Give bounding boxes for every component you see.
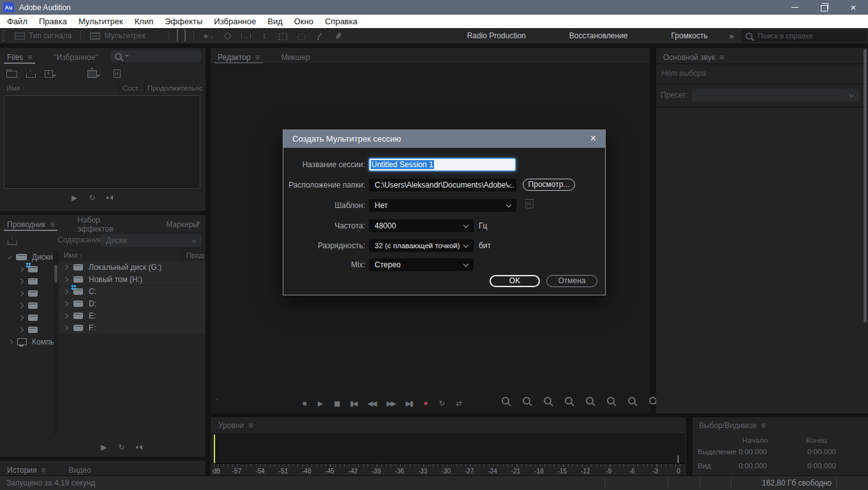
loop-playback-button[interactable]: ↻: [118, 443, 124, 452]
panel-menu-icon[interactable]: ≡: [50, 220, 54, 229]
menu-item[interactable]: Эффекты: [159, 15, 208, 28]
dialog-titlebar[interactable]: Создать Мультитрек сессию ×: [283, 130, 605, 148]
play-button[interactable]: ▶: [318, 399, 323, 408]
more-workspaces-button[interactable]: »: [730, 31, 742, 41]
tree-computer[interactable]: Компьютер: [0, 336, 54, 348]
ok-button[interactable]: OK: [490, 275, 540, 287]
skip-selection-button[interactable]: ⇄: [456, 399, 461, 408]
panel-scrollbar[interactable]: [864, 49, 867, 322]
column-duration[interactable]: Продолжительность: [186, 251, 204, 259]
minimize-button[interactable]: [780, 0, 809, 15]
column-duration[interactable]: Продолжительность: [147, 84, 202, 92]
chevron-right-icon[interactable]: [19, 290, 24, 295]
tab-video[interactable]: Видео: [62, 461, 98, 476]
template-dropdown[interactable]: Нет: [369, 199, 516, 212]
open-folder-icon[interactable]: [6, 71, 17, 78]
tab-effects-rack[interactable]: Набор эффектов: [70, 215, 142, 230]
chevron-right-icon[interactable]: [63, 325, 68, 330]
chevron-right-icon[interactable]: [8, 339, 13, 345]
tree-root-drives[interactable]: Диски: [0, 251, 54, 263]
workspace-tab[interactable]: Radio Production: [445, 31, 548, 40]
drive-row[interactable]: Новый том (H:): [59, 274, 206, 285]
tab-explorer[interactable]: Проводник ≡: [0, 215, 61, 230]
tree-drive-item[interactable]: [0, 287, 54, 299]
workspace-tab[interactable]: Громкость: [650, 31, 730, 40]
cancel-button[interactable]: Отмена: [546, 275, 597, 287]
signal-type-button[interactable]: Тип сигнала: [8, 29, 78, 42]
tab-history[interactable]: История ≡: [0, 461, 53, 476]
stop-button[interactable]: ■: [303, 399, 307, 408]
razor-tool-button[interactable]: [223, 32, 232, 40]
bit-depth-dropdown[interactable]: 32 (с плавающей точкой): [369, 239, 474, 252]
drive-row[interactable]: D:: [59, 298, 206, 309]
dialog-close-button[interactable]: ×: [587, 133, 599, 144]
auto-play-button[interactable]: [107, 195, 114, 201]
import-icon[interactable]: [8, 241, 17, 245]
column-name[interactable]: Имя: [64, 251, 77, 259]
chevron-right-icon[interactable]: [19, 315, 24, 320]
marquee-selection-tool-button[interactable]: [278, 32, 287, 40]
tab-master-sound[interactable]: Основной звук ≡: [656, 48, 731, 63]
sample-rate-dropdown[interactable]: 48000: [369, 219, 474, 232]
go-to-end-button[interactable]: ▶▮: [406, 399, 413, 408]
menu-item[interactable]: Файл: [1, 15, 33, 28]
more-panels-button[interactable]: »: [196, 218, 200, 227]
tree-drive-item[interactable]: [0, 263, 54, 275]
slip-tool-button[interactable]: [241, 32, 250, 40]
drive-row[interactable]: F:: [59, 322, 206, 334]
zoom-in-left-edge-button[interactable]: [607, 396, 615, 407]
tab-favorites[interactable]: "Избранное": [47, 48, 105, 63]
column-name[interactable]: Имя: [6, 84, 20, 92]
zoom-in-button[interactable]: [502, 396, 509, 407]
chevron-right-icon[interactable]: [19, 302, 24, 308]
play-button[interactable]: ▶: [101, 443, 107, 452]
browse-button[interactable]: Просмотр...: [523, 179, 575, 191]
panel-menu-icon[interactable]: ≡: [27, 53, 32, 62]
tab-files[interactable]: Files ≡: [0, 48, 39, 63]
zoom-out-control[interactable]: -: [216, 394, 218, 403]
menu-item[interactable]: Избранное: [208, 15, 262, 28]
tree-drive-item[interactable]: [0, 323, 54, 336]
delete-icon[interactable]: [114, 71, 121, 78]
lasso-selection-tool-button[interactable]: [297, 32, 306, 40]
menu-item[interactable]: Справка: [319, 15, 363, 28]
chevron-right-icon[interactable]: [63, 313, 68, 318]
chevron-right-icon[interactable]: [19, 278, 24, 283]
waveform-view-button[interactable]: [177, 30, 178, 41]
level-meter[interactable]: [213, 434, 685, 464]
move-tool-button[interactable]: [204, 32, 213, 40]
go-to-start-button[interactable]: ▮◀: [350, 399, 357, 408]
import-files-icon[interactable]: [26, 73, 36, 78]
new-multitrack-icon[interactable]: [87, 70, 97, 78]
column-status[interactable]: Сост...: [123, 84, 144, 92]
fast-forward-button[interactable]: ▶▶: [387, 399, 395, 408]
chevron-right-icon[interactable]: [63, 277, 68, 282]
menu-item[interactable]: Правка: [33, 15, 73, 28]
drive-row[interactable]: C:: [59, 286, 206, 297]
zoom-reset-button[interactable]: [586, 396, 594, 407]
chevron-down-icon[interactable]: [8, 255, 11, 258]
play-button[interactable]: ▶: [71, 193, 77, 202]
files-list-empty[interactable]: [4, 95, 200, 189]
folder-location-dropdown[interactable]: C:\Users\Aleksandr\Documents\Adobe\...: [369, 179, 516, 191]
drive-row[interactable]: Локальный диск (G:): [59, 262, 206, 273]
panel-menu-icon[interactable]: ≡: [41, 466, 46, 475]
zoom-out-selection-button[interactable]: [565, 396, 572, 407]
panel-menu-icon[interactable]: ≡: [248, 421, 253, 430]
panel-menu-icon[interactable]: ≡: [719, 53, 724, 62]
workspace-tab[interactable]: Восстановление: [548, 31, 650, 40]
pause-button[interactable]: ▮▮: [334, 399, 339, 408]
tree-drive-item[interactable]: [0, 275, 54, 287]
chevron-right-icon[interactable]: [63, 265, 68, 270]
tree-drive-item[interactable]: [0, 311, 54, 323]
time-selection-tool-button[interactable]: [260, 32, 269, 40]
tree-drive-item[interactable]: [0, 299, 54, 311]
session-name-input[interactable]: Untitled Session 1: [369, 158, 516, 171]
new-file-icon[interactable]: [45, 70, 53, 78]
scrollbar-handle[interactable]: [54, 265, 57, 283]
menu-item[interactable]: Мультитрек: [73, 15, 129, 28]
chevron-right-icon[interactable]: [19, 266, 24, 271]
files-search-box[interactable]: [110, 50, 201, 62]
loop-playback-button[interactable]: ↻: [89, 193, 95, 202]
restore-button[interactable]: [809, 0, 839, 15]
